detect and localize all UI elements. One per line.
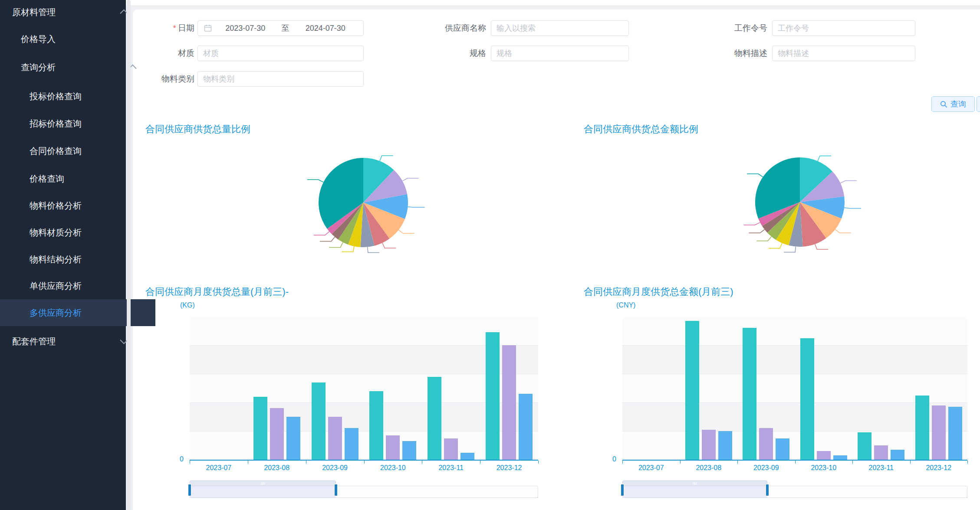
pie-label-leader-line	[368, 247, 379, 253]
material-desc-label: 物料描述	[723, 48, 767, 59]
bar-volume-title: 合同供应商月度供货总量(月前三)-	[145, 285, 289, 298]
data-zoom-slider[interactable]	[190, 481, 538, 499]
sidebar-item-label: 物料材质分析	[30, 228, 82, 237]
pie-label-leader-line	[784, 247, 796, 252]
query-panel-card: *日期 2023-07-30 至 2024-07-30 供应商名称 工作令号 材…	[133, 10, 980, 510]
bar	[369, 391, 383, 460]
data-zoom-selection[interactable]	[622, 486, 767, 498]
bar	[486, 332, 500, 460]
bar	[428, 377, 441, 460]
date-end-value: 2024-07-30	[292, 24, 359, 33]
sidebar-item-material-price-analysis[interactable]: 物料价格分析	[0, 192, 155, 219]
bar	[402, 441, 416, 460]
bar	[718, 431, 732, 460]
content-scrollbar[interactable]	[127, 0, 131, 510]
y-axis-unit-cny: (CNY)	[616, 301, 635, 309]
data-zoom-move-handle[interactable]	[190, 481, 336, 486]
x-axis-tick	[737, 461, 738, 464]
bar	[833, 455, 847, 460]
bar	[858, 432, 871, 460]
x-axis-label: 2023-12	[910, 464, 968, 472]
sidebar-item-query-analysis[interactable]: 查询分析	[0, 54, 147, 81]
data-zoom-handle-left[interactable]	[188, 484, 191, 496]
bar	[743, 328, 756, 460]
pie-chart-total-volume[interactable]	[298, 152, 428, 256]
x-axis-tick	[422, 461, 422, 464]
sidebar-item-label: 合同价格查询	[30, 146, 82, 156]
x-axis-tick	[967, 461, 968, 464]
data-zoom-move-handle[interactable]	[622, 481, 767, 486]
pie-label-leader-line	[342, 246, 355, 252]
x-axis-label: 2023-11	[422, 464, 480, 472]
sidebar: 原材料管理 价格导入 查询分析 投标价格查询 招标价格查询 合同价格查询 价格查…	[0, 0, 126, 510]
x-axis-label: 2023-10	[795, 464, 853, 472]
sidebar-item-single-supplier-analysis[interactable]: 单供应商分析	[0, 272, 155, 299]
bar	[286, 417, 300, 460]
pie-label-leader-line	[747, 174, 763, 177]
x-axis-tick	[306, 461, 306, 464]
pie-label-leader-line	[314, 232, 329, 235]
work-order-input[interactable]	[772, 20, 915, 36]
bar	[759, 428, 773, 460]
sidebar-item-price-query[interactable]: 价格查询	[0, 165, 155, 192]
pie-label-leader-line	[382, 243, 396, 248]
supplier-name-input[interactable]	[491, 20, 629, 36]
sidebar-item-material-structure-analysis[interactable]: 物料结构分析	[0, 246, 155, 273]
x-axis-tick	[190, 461, 190, 464]
pie-label-leader-line	[320, 237, 335, 241]
x-axis-label: 2023-12	[480, 464, 538, 472]
spec-label: 规格	[437, 48, 486, 59]
sidebar-item-material-texture-analysis[interactable]: 物料材质分析	[0, 219, 155, 246]
data-zoom-selection[interactable]	[190, 486, 336, 498]
data-zoom-slider[interactable]	[622, 481, 967, 499]
sidebar-item-raw-material-mgmt[interactable]: 原材料管理	[0, 0, 138, 24]
bar	[253, 397, 267, 460]
x-axis-label: 2023-07	[190, 464, 248, 472]
data-zoom-handle-right[interactable]	[766, 484, 769, 496]
pie-label-leader-line	[398, 230, 414, 233]
grip-dots-icon	[261, 482, 265, 485]
x-axis-tick	[680, 461, 681, 464]
sidebar-item-price-import[interactable]: 价格导入	[0, 26, 147, 52]
date-separator: 至	[279, 23, 292, 33]
date-start-value: 2023-07-30	[212, 24, 279, 33]
sidebar-item-label: 多供应商分析	[30, 308, 82, 317]
bar	[702, 430, 716, 460]
pie-label-leader-line	[840, 181, 857, 183]
sidebar-item-bid-price-query[interactable]: 投标价格查询	[0, 83, 155, 110]
bar	[874, 445, 888, 460]
bar-chart-monthly-amount[interactable]	[622, 317, 967, 461]
pie-label-leader-line	[835, 229, 851, 233]
pie-label-leader-line	[769, 243, 782, 248]
sidebar-item-multi-supplier-analysis[interactable]: 多供应商分析	[0, 299, 155, 326]
gridline	[622, 374, 967, 374]
pie-chart-total-amount[interactable]	[735, 151, 865, 255]
x-axis-label: 2023-08	[248, 464, 306, 472]
data-zoom-handle-left[interactable]	[621, 484, 624, 496]
material-category-input[interactable]	[197, 71, 364, 87]
bar-amount-title: 合同供应商月度供货总金额(月前三)	[584, 285, 733, 298]
sidebar-item-accessories-mgmt[interactable]: 配套件管理	[0, 328, 138, 355]
material-input[interactable]	[197, 46, 364, 61]
sidebar-item-tender-price-query[interactable]: 招标价格查询	[0, 110, 155, 137]
data-zoom-handle-right[interactable]	[334, 484, 338, 496]
x-axis-label: 2023-07	[622, 464, 680, 472]
sidebar-item-label: 配套件管理	[12, 337, 56, 346]
sidebar-item-label: 招标价格查询	[30, 119, 82, 128]
x-axis-tick	[622, 461, 623, 464]
query-button[interactable]: 查询	[931, 96, 975, 112]
bar	[519, 394, 533, 460]
x-axis-label: 2023-10	[364, 464, 422, 472]
x-axis-label: 2023-08	[680, 464, 738, 472]
secondary-button-partial[interactable]	[977, 96, 980, 112]
top-strip	[126, 0, 980, 5]
material-desc-input[interactable]	[772, 46, 915, 61]
bar	[270, 408, 284, 460]
bar-chart-monthly-volume[interactable]	[190, 317, 538, 461]
bar	[460, 453, 474, 460]
pie-label-leader-line	[756, 236, 771, 241]
sidebar-item-contract-price-query[interactable]: 合同价格查询	[0, 137, 155, 164]
date-range-input[interactable]: 2023-07-30 至 2024-07-30	[197, 20, 364, 36]
spec-input[interactable]	[491, 46, 629, 61]
pie-volume-title: 合同供应商供货总量比例	[145, 123, 250, 136]
